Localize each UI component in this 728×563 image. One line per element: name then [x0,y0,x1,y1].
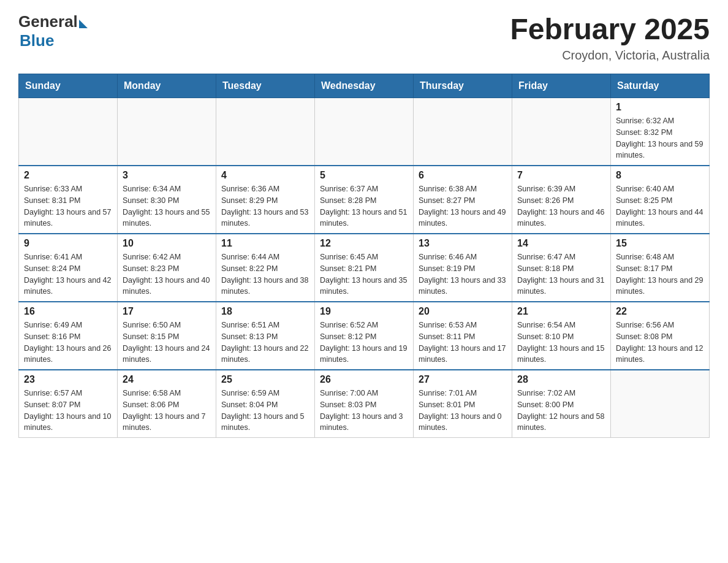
table-row: 28Sunrise: 7:02 AM Sunset: 8:00 PM Dayli… [512,370,611,438]
day-info: Sunrise: 6:46 AM Sunset: 8:19 PM Dayligh… [419,251,507,297]
calendar-week-row: 2Sunrise: 6:33 AM Sunset: 8:31 PM Daylig… [19,166,710,234]
table-row: 13Sunrise: 6:46 AM Sunset: 8:19 PM Dayli… [414,234,512,302]
day-info: Sunrise: 6:41 AM Sunset: 8:24 PM Dayligh… [24,251,112,297]
day-info: Sunrise: 7:02 AM Sunset: 8:00 PM Dayligh… [517,388,605,434]
table-row [216,98,315,166]
table-row: 16Sunrise: 6:49 AM Sunset: 8:16 PM Dayli… [19,302,118,370]
table-row: 5Sunrise: 6:37 AM Sunset: 8:28 PM Daylig… [315,166,414,234]
day-info: Sunrise: 7:01 AM Sunset: 8:01 PM Dayligh… [419,388,507,434]
table-row: 10Sunrise: 6:42 AM Sunset: 8:23 PM Dayli… [118,234,216,302]
day-info: Sunrise: 6:52 AM Sunset: 8:12 PM Dayligh… [320,320,408,366]
day-info: Sunrise: 6:32 AM Sunset: 8:32 PM Dayligh… [616,115,704,161]
calendar-week-row: 1Sunrise: 6:32 AM Sunset: 8:32 PM Daylig… [19,98,710,166]
table-row: 25Sunrise: 6:59 AM Sunset: 8:04 PM Dayli… [216,370,315,438]
table-row: 24Sunrise: 6:58 AM Sunset: 8:06 PM Dayli… [118,370,216,438]
table-row: 6Sunrise: 6:38 AM Sunset: 8:27 PM Daylig… [414,166,512,234]
day-info: Sunrise: 6:54 AM Sunset: 8:10 PM Dayligh… [517,320,605,366]
day-number: 5 [320,170,408,181]
calendar-header-row: Sunday Monday Tuesday Wednesday Thursday… [19,74,710,98]
table-row: 4Sunrise: 6:36 AM Sunset: 8:29 PM Daylig… [216,166,315,234]
day-number: 27 [419,374,507,385]
day-number: 6 [419,170,507,181]
logo-blue-text: Blue [20,31,54,50]
table-row: 19Sunrise: 6:52 AM Sunset: 8:12 PM Dayli… [315,302,414,370]
table-row: 17Sunrise: 6:50 AM Sunset: 8:15 PM Dayli… [118,302,216,370]
day-number: 26 [320,374,408,385]
day-number: 23 [24,374,112,385]
calendar-table: Sunday Monday Tuesday Wednesday Thursday… [18,74,710,438]
day-info: Sunrise: 6:59 AM Sunset: 8:04 PM Dayligh… [221,388,309,434]
day-info: Sunrise: 6:56 AM Sunset: 8:08 PM Dayligh… [616,320,704,366]
day-info: Sunrise: 6:42 AM Sunset: 8:23 PM Dayligh… [123,251,211,297]
table-row: 9Sunrise: 6:41 AM Sunset: 8:24 PM Daylig… [19,234,118,302]
day-number: 13 [419,238,507,249]
table-row: 26Sunrise: 7:00 AM Sunset: 8:03 PM Dayli… [315,370,414,438]
day-number: 10 [123,238,211,249]
logo: General Blue [18,12,88,50]
day-info: Sunrise: 7:00 AM Sunset: 8:03 PM Dayligh… [320,388,408,434]
day-number: 12 [320,238,408,249]
calendar-week-row: 16Sunrise: 6:49 AM Sunset: 8:16 PM Dayli… [19,302,710,370]
table-row [118,98,216,166]
day-info: Sunrise: 6:50 AM Sunset: 8:15 PM Dayligh… [123,320,211,366]
page-header: General Blue February 2025 Croydon, Vict… [18,12,710,63]
day-number: 25 [221,374,309,385]
calendar-subtitle: Croydon, Victoria, Australia [510,48,710,63]
col-saturday: Saturday [611,74,710,98]
day-number: 16 [24,306,112,317]
day-number: 14 [517,238,605,249]
title-section: February 2025 Croydon, Victoria, Austral… [510,12,710,63]
day-info: Sunrise: 6:36 AM Sunset: 8:29 PM Dayligh… [221,183,309,229]
day-info: Sunrise: 6:45 AM Sunset: 8:21 PM Dayligh… [320,251,408,297]
day-info: Sunrise: 6:58 AM Sunset: 8:06 PM Dayligh… [123,388,211,434]
day-number: 15 [616,238,704,249]
table-row [414,98,512,166]
day-number: 17 [123,306,211,317]
day-info: Sunrise: 6:51 AM Sunset: 8:13 PM Dayligh… [221,320,309,366]
day-number: 3 [123,170,211,181]
col-sunday: Sunday [19,74,118,98]
day-info: Sunrise: 6:33 AM Sunset: 8:31 PM Dayligh… [24,183,112,229]
table-row: 21Sunrise: 6:54 AM Sunset: 8:10 PM Dayli… [512,302,611,370]
calendar-week-row: 23Sunrise: 6:57 AM Sunset: 8:07 PM Dayli… [19,370,710,438]
day-number: 1 [616,102,704,113]
day-number: 19 [320,306,408,317]
col-friday: Friday [512,74,611,98]
day-info: Sunrise: 6:34 AM Sunset: 8:30 PM Dayligh… [123,183,211,229]
table-row: 23Sunrise: 6:57 AM Sunset: 8:07 PM Dayli… [19,370,118,438]
day-info: Sunrise: 6:40 AM Sunset: 8:25 PM Dayligh… [616,183,704,229]
table-row: 2Sunrise: 6:33 AM Sunset: 8:31 PM Daylig… [19,166,118,234]
table-row [611,370,710,438]
day-info: Sunrise: 6:48 AM Sunset: 8:17 PM Dayligh… [616,251,704,297]
day-info: Sunrise: 6:39 AM Sunset: 8:26 PM Dayligh… [517,183,605,229]
table-row: 22Sunrise: 6:56 AM Sunset: 8:08 PM Dayli… [611,302,710,370]
table-row: 12Sunrise: 6:45 AM Sunset: 8:21 PM Dayli… [315,234,414,302]
day-number: 24 [123,374,211,385]
table-row: 3Sunrise: 6:34 AM Sunset: 8:30 PM Daylig… [118,166,216,234]
day-number: 21 [517,306,605,317]
table-row: 8Sunrise: 6:40 AM Sunset: 8:25 PM Daylig… [611,166,710,234]
table-row [315,98,414,166]
day-info: Sunrise: 6:44 AM Sunset: 8:22 PM Dayligh… [221,251,309,297]
logo-general-text: General [18,12,78,31]
table-row: 11Sunrise: 6:44 AM Sunset: 8:22 PM Dayli… [216,234,315,302]
day-info: Sunrise: 6:37 AM Sunset: 8:28 PM Dayligh… [320,183,408,229]
table-row [19,98,118,166]
day-number: 7 [517,170,605,181]
col-wednesday: Wednesday [315,74,414,98]
table-row: 20Sunrise: 6:53 AM Sunset: 8:11 PM Dayli… [414,302,512,370]
day-number: 8 [616,170,704,181]
table-row: 7Sunrise: 6:39 AM Sunset: 8:26 PM Daylig… [512,166,611,234]
logo-arrow-icon [79,20,88,28]
table-row: 27Sunrise: 7:01 AM Sunset: 8:01 PM Dayli… [414,370,512,438]
day-info: Sunrise: 6:38 AM Sunset: 8:27 PM Dayligh… [419,183,507,229]
day-number: 20 [419,306,507,317]
day-info: Sunrise: 6:53 AM Sunset: 8:11 PM Dayligh… [419,320,507,366]
calendar-week-row: 9Sunrise: 6:41 AM Sunset: 8:24 PM Daylig… [19,234,710,302]
table-row [512,98,611,166]
col-monday: Monday [118,74,216,98]
table-row: 18Sunrise: 6:51 AM Sunset: 8:13 PM Dayli… [216,302,315,370]
day-number: 18 [221,306,309,317]
day-info: Sunrise: 6:47 AM Sunset: 8:18 PM Dayligh… [517,251,605,297]
table-row: 14Sunrise: 6:47 AM Sunset: 8:18 PM Dayli… [512,234,611,302]
